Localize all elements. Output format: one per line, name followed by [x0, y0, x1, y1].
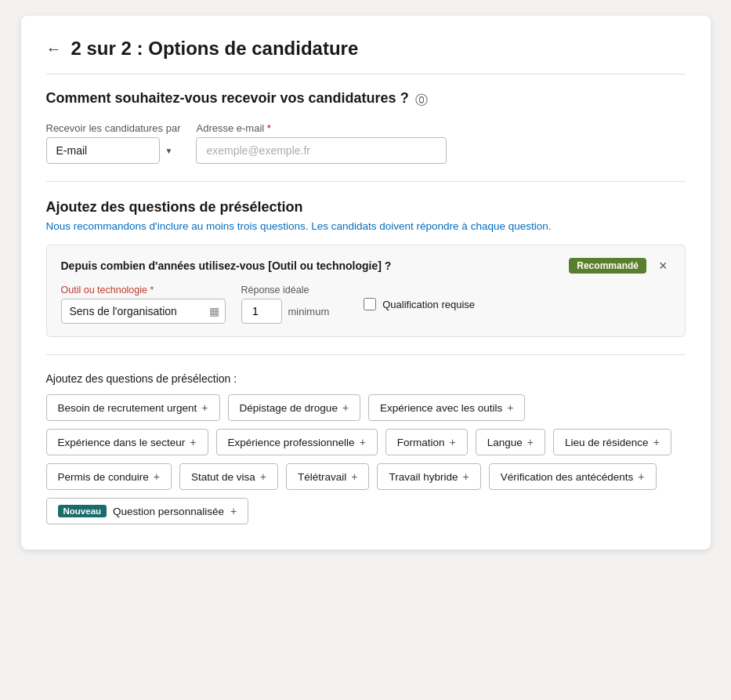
main-card: ← 2 sur 2 : Options de candidature Comme…: [21, 16, 711, 549]
tool-input-wrapper: ▦: [61, 299, 226, 324]
preselection-subtitle: Nous recommandons d'inclure au moins tro…: [46, 220, 686, 232]
question-fields: Outil ou technologie * ▦ Réponse idéale …: [61, 285, 671, 324]
tag-label: Langue: [487, 437, 523, 448]
tag-plus-icon: +: [342, 401, 349, 414]
tag-label: Expérience professionnelle: [228, 437, 355, 448]
receive-method-label: Recevoir les candidatures par: [46, 122, 181, 134]
minimum-label: minimum: [288, 306, 330, 317]
reponse-row: minimum: [241, 299, 330, 324]
tag-question-personnalisee[interactable]: Nouveau Question personnalisée +: [46, 498, 249, 524]
tag-label: Statut de visa: [191, 471, 255, 483]
receive-method-block: Recevoir les candidatures par E-mail Lin…: [46, 122, 181, 164]
tag-label: Question personnalisée: [113, 506, 224, 517]
tool-label: Outil ou technologie *: [61, 285, 226, 296]
tag-plus-icon: +: [154, 470, 160, 483]
tag-label: Expérience avec les outils: [380, 402, 502, 414]
tag-label: Besoin de recrutement urgent: [58, 402, 197, 414]
receive-field-group: Recevoir les candidatures par E-mail Lin…: [46, 122, 686, 164]
page-title: 2 sur 2 : Options de candidature: [71, 38, 359, 60]
reponse-block: Réponse idéale minimum: [241, 285, 330, 324]
tag-verification-antecedents[interactable]: Vérification des antécédents +: [489, 463, 657, 490]
tag-besoin-recrutement[interactable]: Besoin de recrutement urgent +: [46, 394, 220, 421]
tag-statut-visa[interactable]: Statut de visa +: [179, 463, 278, 490]
tag-plus-icon: +: [450, 436, 456, 448]
page-header: ← 2 sur 2 : Options de candidature: [46, 38, 686, 74]
tag-label: Lieu de résidence: [565, 437, 649, 448]
receive-method-select-wrapper: E-mail LinkedIn Autre: [46, 137, 181, 164]
question-text: Depuis combien d'années utilisez-vous [O…: [61, 259, 560, 272]
tool-input[interactable]: [61, 299, 226, 324]
tag-plus-icon: +: [638, 470, 644, 483]
tag-travail-hybride[interactable]: Travail hybride +: [377, 463, 480, 490]
reponse-label: Réponse idéale: [241, 285, 330, 296]
tag-lieu-residence[interactable]: Lieu de résidence +: [553, 429, 671, 455]
tag-experience-secteur[interactable]: Expérience dans le secteur +: [46, 429, 208, 455]
preselection-title: Ajoutez des questions de présélection: [46, 199, 686, 216]
preselection-section: Ajoutez des questions de présélection No…: [46, 199, 686, 524]
qualification-block: Qualification requise: [364, 298, 475, 310]
receive-section-title: Comment souhaitez-vous recevoir vos cand…: [46, 90, 409, 107]
recommended-badge: Recommandé: [569, 258, 646, 274]
tag-plus-icon: +: [507, 401, 513, 414]
question-card: Depuis combien d'années utilisez-vous [O…: [46, 245, 686, 337]
receive-method-select[interactable]: E-mail LinkedIn Autre: [46, 137, 160, 164]
tag-experience-professionnelle[interactable]: Expérience professionnelle +: [216, 429, 378, 455]
tag-teletravail[interactable]: Télétravail +: [286, 463, 369, 490]
add-questions-label: Ajoutez des questions de présélection :: [46, 372, 686, 385]
email-field-block: Adresse e-mail *: [196, 122, 447, 164]
tag-plus-icon: +: [230, 505, 237, 517]
tag-permis-conduire[interactable]: Permis de conduire +: [46, 463, 172, 490]
reponse-number-input[interactable]: [241, 299, 282, 324]
qualification-label: Qualification requise: [382, 299, 475, 310]
tag-plus-icon: +: [360, 436, 366, 448]
tag-formation[interactable]: Formation +: [385, 429, 468, 455]
divider-1: [46, 181, 686, 182]
nouveau-badge: Nouveau: [58, 505, 107, 517]
tag-plus-icon: +: [653, 436, 660, 448]
tag-plus-icon: +: [190, 436, 196, 448]
tag-langue[interactable]: Langue +: [476, 429, 545, 455]
tag-plus-icon: +: [201, 401, 208, 414]
tags-grid: Besoin de recrutement urgent + Dépistage…: [46, 394, 686, 524]
tag-plus-icon: +: [527, 436, 534, 448]
receive-section: Comment souhaitez-vous recevoir vos cand…: [46, 90, 686, 164]
tag-label: Expérience dans le secteur: [58, 437, 186, 448]
tag-plus-icon: +: [260, 470, 266, 483]
tag-depistage-drogue[interactable]: Dépistage de drogue +: [228, 394, 361, 421]
tag-label: Dépistage de drogue: [240, 402, 338, 414]
question-card-header: Depuis combien d'années utilisez-vous [O…: [61, 258, 671, 274]
qualification-checkbox[interactable]: [364, 298, 376, 310]
tag-label: Télétravail: [298, 471, 346, 483]
email-input[interactable]: [196, 137, 447, 164]
close-question-button[interactable]: ×: [656, 259, 671, 273]
tag-label: Formation: [397, 437, 445, 448]
tag-label: Vérification des antécédents: [501, 471, 634, 483]
tag-plus-icon: +: [351, 470, 357, 483]
email-label: Adresse e-mail *: [196, 122, 447, 134]
tag-label: Travail hybride: [389, 471, 458, 483]
tag-label: Permis de conduire: [58, 471, 149, 483]
divider-2: [46, 354, 686, 355]
tool-field-block: Outil ou technologie * ▦: [61, 285, 226, 324]
help-circle-icon: ⓪: [415, 92, 428, 109]
tag-plus-icon: +: [463, 470, 469, 483]
back-button[interactable]: ←: [46, 40, 62, 58]
tag-experience-outils[interactable]: Expérience avec les outils +: [368, 394, 525, 421]
